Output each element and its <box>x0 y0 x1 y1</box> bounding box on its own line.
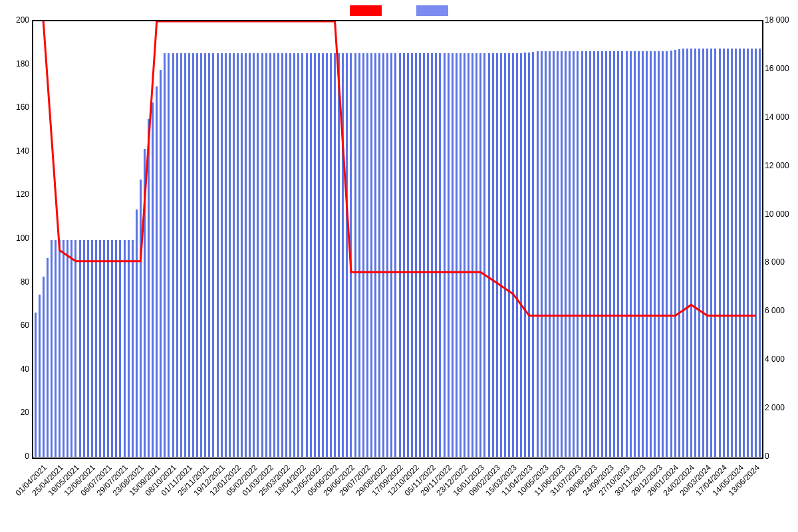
y-right-tick: 6 000 <box>765 306 798 315</box>
legend-swatch-red <box>350 5 382 16</box>
y-left-tick: 20 <box>0 408 29 417</box>
y-left-tick: 200 <box>0 15 29 25</box>
y-left-tick: 100 <box>0 233 29 243</box>
chart-container: 020406080100120140160180200 02 0004 0006… <box>0 0 798 532</box>
y-right-tick: 8 000 <box>765 257 798 267</box>
y-right-tick: 12 000 <box>765 161 798 170</box>
plot-area <box>32 20 763 459</box>
y-right-tick: 18 000 <box>765 15 798 25</box>
y-right-tick: 14 000 <box>765 112 798 122</box>
y-left-tick: 180 <box>0 59 29 68</box>
y-left-tick: 80 <box>0 277 29 287</box>
y-left-tick: 60 <box>0 321 29 330</box>
y-left-tick: 0 <box>0 452 29 461</box>
legend-swatch-blue <box>416 5 448 16</box>
y-left-tick: 140 <box>0 146 29 156</box>
y-right-tick: 0 <box>765 452 798 461</box>
y-left-tick: 40 <box>0 364 29 374</box>
y-right-tick: 16 000 <box>765 64 798 73</box>
legend <box>0 4 798 16</box>
y-right-tick: 4 000 <box>765 354 798 364</box>
y-left-tick: 120 <box>0 190 29 199</box>
y-right-tick: 2 000 <box>765 403 798 412</box>
y-right-tick: 10 000 <box>765 209 798 219</box>
line-series <box>33 21 762 458</box>
y-left-tick: 160 <box>0 102 29 112</box>
